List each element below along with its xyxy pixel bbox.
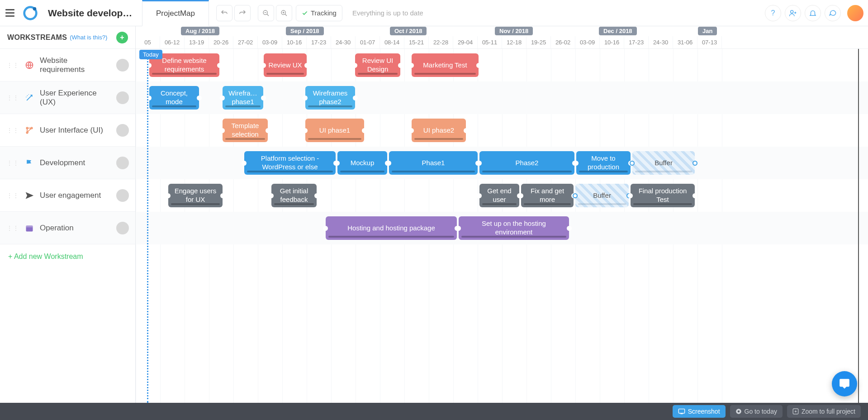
task-card[interactable]: Engage users for UX <box>168 184 223 207</box>
task-connector-icon[interactable] <box>242 161 247 166</box>
add-workstream-button[interactable]: + <box>116 32 128 43</box>
workstream-row[interactable]: ⋮⋮ User engagement <box>0 179 135 212</box>
drag-handle-icon[interactable]: ⋮⋮ <box>6 192 19 199</box>
task-connector-icon[interactable] <box>518 193 523 198</box>
week-label[interactable]: 05-11 <box>478 36 502 48</box>
task-connector-icon[interactable] <box>352 63 357 68</box>
task-card[interactable]: Template selection <box>223 119 268 142</box>
task-connector-icon[interactable] <box>409 128 414 133</box>
week-label[interactable]: 26-02 <box>551 36 575 48</box>
week-label[interactable]: 22-28 <box>429 36 453 48</box>
task-connector-icon[interactable] <box>567 226 572 231</box>
task-connector-icon[interactable] <box>269 193 274 198</box>
task-connector-icon[interactable] <box>477 193 482 198</box>
task-connector-icon[interactable] <box>220 128 225 133</box>
task-card[interactable]: Review UI Design <box>355 53 400 77</box>
zoom-full-button[interactable]: Zoom to full project <box>787 405 861 418</box>
drag-handle-icon[interactable]: ⋮⋮ <box>6 224 19 232</box>
week-label[interactable]: 24-30 <box>649 36 673 48</box>
week-label[interactable]: 19-25 <box>526 36 551 48</box>
task-card[interactable]: Fix and get more <box>521 184 574 207</box>
zoom-out-button[interactable] <box>258 5 274 21</box>
help-icon[interactable]: ? <box>765 5 781 21</box>
workstream-avatar[interactable] <box>116 91 129 104</box>
redo-button[interactable] <box>234 5 251 21</box>
task-card[interactable]: Wireframes phase2 <box>305 86 355 110</box>
workstream-avatar[interactable] <box>116 59 129 72</box>
task-connector-icon[interactable] <box>220 95 225 100</box>
task-connector-icon[interactable] <box>362 128 367 133</box>
go-to-today-button[interactable]: Go to today <box>730 405 783 418</box>
workstream-row[interactable]: ⋮⋮ Operation <box>0 212 135 244</box>
task-card[interactable]: Hosting and hosting package <box>326 216 457 240</box>
task-connector-icon[interactable] <box>266 128 270 133</box>
task-connector-icon[interactable] <box>335 161 340 166</box>
task-connector-icon[interactable] <box>386 161 391 166</box>
week-label[interactable]: 03-09 <box>258 36 282 48</box>
task-connector-icon[interactable] <box>261 63 266 68</box>
task-card[interactable]: UI phase2 <box>412 119 466 142</box>
drag-handle-icon[interactable]: ⋮⋮ <box>6 159 19 167</box>
task-card[interactable]: Buffer <box>632 151 695 175</box>
task-card[interactable]: Phase2 <box>479 151 574 175</box>
week-label[interactable]: 12-18 <box>502 36 526 48</box>
week-label[interactable]: 20-26 <box>209 36 233 48</box>
workstream-row[interactable]: ⋮⋮ Development <box>0 147 135 179</box>
week-label[interactable]: 07-13 <box>697 36 722 48</box>
task-connector-icon[interactable] <box>464 128 469 133</box>
task-connector-icon[interactable] <box>398 63 403 68</box>
task-card[interactable]: Mockup <box>337 151 387 175</box>
workstream-avatar[interactable] <box>116 157 129 169</box>
drag-handle-icon[interactable]: ⋮⋮ <box>6 62 19 69</box>
task-card[interactable]: Review UX <box>264 53 307 77</box>
workstream-row[interactable]: ⋮⋮ User Interface (UI) <box>0 114 135 147</box>
task-card[interactable]: UI phase1 <box>305 119 364 142</box>
week-label[interactable]: 24-30 <box>331 36 356 48</box>
week-label[interactable]: 01-07 <box>356 36 380 48</box>
task-connector-icon[interactable] <box>574 161 579 166</box>
task-card[interactable]: Phase1 <box>389 151 478 175</box>
task-connector-icon[interactable] <box>166 193 171 198</box>
invite-user-icon[interactable] <box>785 5 801 21</box>
task-card[interactable]: Final production Test <box>631 184 695 207</box>
notifications-icon[interactable] <box>805 5 821 21</box>
task-card[interactable]: Get end user <box>479 184 519 207</box>
week-label[interactable]: 17-23 <box>307 36 331 48</box>
task-connector-icon[interactable] <box>220 193 225 198</box>
week-label[interactable]: 03-09 <box>575 36 600 48</box>
task-connector-icon[interactable] <box>573 193 578 198</box>
tab-projectmap[interactable]: ProjectMap <box>142 0 209 26</box>
task-connector-icon[interactable] <box>303 95 308 100</box>
task-connector-icon[interactable] <box>409 63 414 68</box>
task-card[interactable]: Set up on the hosting environment <box>459 216 569 240</box>
task-connector-icon[interactable] <box>304 63 309 68</box>
task-connector-icon[interactable] <box>261 95 266 100</box>
week-label[interactable]: 10-16 <box>600 36 624 48</box>
tracking-toggle[interactable]: Tracking <box>296 5 342 21</box>
week-label[interactable]: 27-02 <box>233 36 258 48</box>
app-logo-icon[interactable] <box>22 5 39 22</box>
week-label[interactable]: 31-06 <box>673 36 697 48</box>
add-new-workstream-link[interactable]: + Add new Workstream <box>0 244 135 269</box>
task-card[interactable]: Get initial feedback <box>271 184 317 207</box>
drag-handle-icon[interactable]: ⋮⋮ <box>6 94 19 101</box>
task-connector-icon[interactable] <box>477 161 482 166</box>
drag-handle-icon[interactable]: ⋮⋮ <box>6 127 19 134</box>
task-connector-icon[interactable] <box>314 193 319 198</box>
week-label[interactable]: 15-21 <box>404 36 429 48</box>
chat-fab[interactable] <box>832 371 857 396</box>
menu-icon[interactable] <box>5 8 15 19</box>
undo-button[interactable] <box>216 5 232 21</box>
workstreams-hint-link[interactable]: (What is this?) <box>70 34 107 41</box>
task-connector-icon[interactable] <box>628 193 633 198</box>
task-connector-icon[interactable] <box>456 226 461 231</box>
workstream-avatar[interactable] <box>116 124 129 137</box>
timeline[interactable]: Aug / 2018Sep / 2018Oct / 2018Nov / 2018… <box>136 26 868 403</box>
task-connector-icon[interactable] <box>323 226 328 231</box>
today-indicator[interactable]: Today <box>139 50 162 59</box>
messages-icon[interactable] <box>825 5 841 21</box>
user-avatar[interactable] <box>847 5 863 21</box>
task-connector-icon[interactable] <box>353 95 358 100</box>
workstream-row[interactable]: ⋮⋮ User Experience (UX) <box>0 81 135 114</box>
task-connector-icon[interactable] <box>693 193 697 198</box>
